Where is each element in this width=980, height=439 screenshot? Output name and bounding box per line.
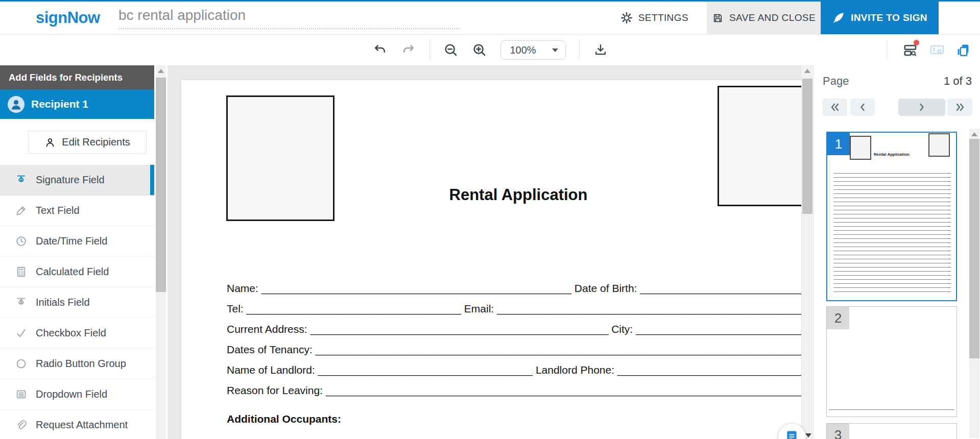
clock-icon	[15, 235, 27, 248]
fields-sidebar-wrap: Add Fields for Recipients Recipient 1	[0, 65, 168, 439]
sidebar-item-request-attachment[interactable]: Request Attachment	[0, 410, 154, 439]
viewer-scrollbar	[802, 65, 813, 439]
triangle-up-icon	[804, 69, 810, 73]
save-and-close-label: SAVE AND CLOSE	[729, 12, 816, 23]
settings-button[interactable]: SETTINGS	[614, 2, 695, 34]
field-item-label: Radio Button Group	[36, 358, 126, 370]
recipient-avatar	[8, 96, 25, 113]
field-type-list: Signature Field Text Field	[0, 165, 154, 439]
chevron-right-icon	[918, 102, 926, 112]
edit-recipients-button[interactable]: Edit Recipients	[28, 131, 147, 154]
page-label: Page	[823, 75, 849, 88]
sidebar-item-checkbox-field[interactable]: Checkbox Field	[0, 318, 154, 349]
next-page-button[interactable]	[898, 99, 945, 116]
field-item-label: Dropdown Field	[36, 388, 107, 400]
zoom-level-select[interactable]: 100%	[500, 40, 566, 60]
chevrons-right-icon	[954, 102, 966, 112]
document-title-input[interactable]: bc rental application	[118, 7, 459, 29]
form-line: Current Address: _______________________…	[227, 319, 801, 339]
field-item-label: Request Attachment	[36, 419, 128, 431]
viewer-scrollbar-track[interactable]	[802, 65, 812, 439]
page-thumbnail-1[interactable]: 1 Rental Application	[826, 132, 957, 301]
signnow-logo: signNow	[0, 2, 118, 34]
sidebar-item-initials-field[interactable]: Initials Field	[0, 287, 154, 318]
settings-label: SETTINGS	[638, 12, 688, 23]
toolbar-separator	[887, 40, 887, 60]
recipient-selector[interactable]: Recipient 1	[0, 89, 154, 119]
triangle-up-icon	[971, 132, 977, 136]
scroll-up-button[interactable]	[969, 129, 979, 140]
pages-panel-header: Page 1 of 3	[823, 75, 972, 88]
toolbar-right-group	[887, 35, 980, 65]
editor-toolbar: 100%	[0, 35, 980, 65]
sidebar-item-signature-field[interactable]: Signature Field	[0, 165, 154, 196]
paperclip-icon	[15, 419, 27, 431]
notification-dot	[914, 40, 919, 45]
zoom-out-icon[interactable]	[443, 42, 459, 58]
undo-icon[interactable]	[372, 42, 388, 58]
sidebar-item-text-field[interactable]: Text Field	[0, 196, 154, 226]
sidebar-item-date-time-field[interactable]: Date/Time Field	[0, 226, 154, 257]
download-icon[interactable]	[593, 42, 608, 58]
sidebar-scrollbar-thumb[interactable]	[156, 78, 166, 292]
sidebar-panel-title: Add Fields for Recipients	[0, 65, 154, 89]
viewer-scrollbar-thumb[interactable]	[802, 79, 812, 214]
page-thumbnail-3[interactable]: 3	[826, 423, 957, 439]
header-right-pad	[939, 2, 980, 34]
sidebar-item-calculated-field[interactable]: Calculated Field	[0, 257, 154, 287]
last-page-button[interactable]	[947, 99, 972, 116]
person-icon	[44, 137, 56, 148]
signnow-editor-window: signNow bc rental application SETTINGS	[0, 0, 980, 439]
chevrons-left-icon	[829, 102, 841, 112]
field-item-label: Initials Field	[36, 297, 90, 308]
page-number-badge: 2	[827, 307, 849, 329]
checkmark-icon	[15, 327, 27, 339]
panel-scrollbar-thumb[interactable]	[969, 139, 979, 358]
pen-nib-icon	[15, 297, 27, 309]
form-line: Name: __________________________________…	[227, 278, 801, 299]
redo-icon[interactable]	[401, 42, 416, 58]
chevron-down-icon	[552, 48, 558, 52]
page-number-badge: 1	[827, 133, 850, 155]
scroll-up-button[interactable]	[156, 65, 166, 77]
document-viewer: Rental Application Name: _______________…	[168, 65, 802, 439]
sidebar-item-dropdown-field[interactable]: Dropdown Field	[0, 379, 154, 410]
zoom-in-icon[interactable]	[472, 42, 487, 58]
edit-recipients-label: Edit Recipients	[62, 136, 130, 148]
page-position: 1 of 3	[944, 75, 972, 88]
page-thumbnail-2[interactable]: 2	[826, 306, 957, 417]
recipient-name: Recipient 1	[31, 98, 88, 110]
form-line: Reason for Leaving: ____________________…	[227, 380, 801, 401]
document-heading: Rental Application	[181, 186, 801, 204]
pages-panel: Page 1 of 3	[813, 65, 980, 439]
document-form: Name: __________________________________…	[227, 278, 801, 401]
toolbar-separator	[429, 40, 430, 60]
previous-page-button[interactable]	[850, 99, 875, 116]
invite-to-sign-button[interactable]: INVITE TO SIGN	[821, 2, 939, 34]
toolbar-center-group: 100%	[372, 35, 608, 65]
dropdown-list-icon	[15, 388, 27, 401]
page-number-badge: 3	[827, 424, 849, 439]
field-item-label: Signature Field	[36, 174, 105, 186]
main-content: Add Fields for Recipients Recipient 1	[0, 65, 980, 439]
field-item-label: Checkbox Field	[36, 327, 106, 339]
sidebar-item-radio-button-group[interactable]: Radio Button Group	[0, 349, 154, 379]
save-and-close-button[interactable]: SAVE AND CLOSE	[707, 2, 821, 34]
field-item-label: Date/Time Field	[36, 235, 107, 247]
manage-fields-icon[interactable]	[902, 42, 919, 58]
duplicate-pages-icon[interactable]	[955, 42, 972, 58]
triangle-up-icon	[158, 69, 164, 73]
sidebar-scrollbar-track[interactable]	[156, 65, 166, 439]
document-page[interactable]: Rental Application Name: _______________…	[181, 80, 801, 439]
chevron-left-icon	[858, 102, 867, 112]
chat-caret-icon[interactable]	[805, 433, 811, 437]
fields-sidebar: Add Fields for Recipients Recipient 1	[0, 65, 154, 439]
panel-scrollbar[interactable]	[969, 129, 979, 438]
first-page-button[interactable]	[823, 99, 847, 116]
scroll-up-button[interactable]	[802, 65, 812, 77]
calculator-icon	[15, 266, 27, 278]
floppy-disk-icon	[712, 12, 724, 24]
document-chat-icon	[785, 430, 799, 439]
thumbnail-text-lines	[833, 169, 951, 294]
pen-nib-icon	[15, 174, 27, 186]
